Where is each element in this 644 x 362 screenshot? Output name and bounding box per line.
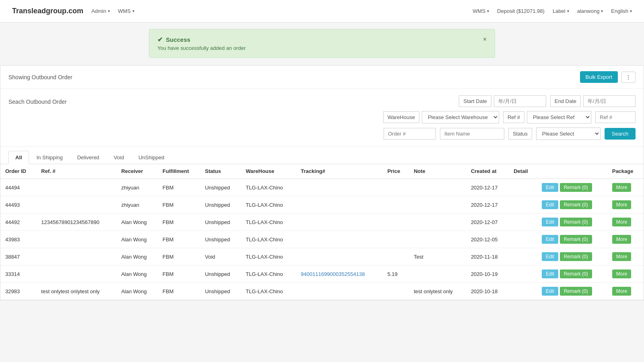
warehouse-group: WareHouse Please Select Warehouse	[383, 111, 499, 123]
wms-right-caret-icon: ▾	[487, 9, 489, 13]
order-input[interactable]	[384, 128, 436, 140]
cell-note	[409, 231, 466, 248]
ref-select[interactable]: Please Select Ref	[527, 111, 591, 123]
alert-message: You have successfully added an order	[157, 45, 246, 51]
tab-delivered[interactable]: Delivered	[70, 151, 106, 164]
brand: Transleadgroup.com	[12, 7, 83, 15]
more-button[interactable]: More	[612, 287, 631, 296]
item-name-input[interactable]	[440, 128, 504, 140]
cell-fulfillment: FBM	[158, 179, 200, 196]
nav-deposit[interactable]: Deposit ($12071.98)	[497, 8, 545, 14]
nav-wms-left[interactable]: WMS ▾	[118, 8, 134, 14]
search-controls: Start Date End Date WareHouse Please Sel…	[75, 95, 636, 140]
more-button[interactable]: More	[612, 252, 631, 261]
nav-wms-right[interactable]: WMS ▾	[473, 8, 489, 14]
cell-fulfillment: FBM	[158, 214, 200, 231]
more-button[interactable]: More	[612, 269, 631, 278]
cell-order-id: 43983	[0, 231, 36, 248]
tab-all[interactable]: All	[8, 151, 29, 164]
search-button[interactable]: Search	[605, 128, 636, 140]
cell-status: Unshipped	[200, 196, 241, 214]
tab-unshipped[interactable]: UnShipped	[132, 151, 171, 164]
cell-warehouse: TLG-LAX-Chino	[241, 248, 296, 265]
search-row-dates: Start Date End Date	[75, 95, 636, 107]
table-row: 43983 Alan Wong FBM Unshipped TLG-LAX-Ch…	[0, 231, 644, 248]
more-button[interactable]: More	[612, 235, 631, 244]
cell-tracking	[296, 283, 382, 300]
wms-left-caret-icon: ▾	[132, 9, 134, 13]
ref-input[interactable]	[595, 111, 636, 123]
cell-price	[382, 214, 409, 231]
more-button[interactable]: More	[612, 183, 631, 192]
cell-fulfillment: FBM	[158, 196, 200, 214]
cell-warehouse: TLG-LAX-Chino	[241, 214, 296, 231]
remark-button[interactable]: Remark (0)	[560, 269, 592, 278]
cell-fulfillment: FBM	[158, 283, 200, 300]
tab-void[interactable]: Void	[107, 151, 131, 164]
cell-order-id: 38847	[0, 248, 36, 265]
col-warehouse: WareHouse	[241, 164, 296, 179]
cell-created-at: 2020-12-17	[466, 196, 509, 214]
alert-close-button[interactable]: ×	[483, 36, 487, 43]
edit-button[interactable]: Edit	[542, 269, 558, 278]
cell-detail	[509, 265, 537, 283]
warehouse-label: WareHouse	[383, 111, 419, 123]
end-date-input[interactable]	[583, 95, 636, 107]
remark-button[interactable]: Remark (0)	[560, 183, 592, 192]
cell-status: Unshipped	[200, 265, 241, 283]
edit-button[interactable]: Edit	[542, 252, 558, 261]
more-button[interactable]: More	[612, 200, 631, 209]
more-options-button[interactable]: ⋮	[621, 72, 636, 83]
edit-button[interactable]: Edit	[542, 235, 558, 244]
cell-status: Unshipped	[200, 283, 241, 300]
remark-button[interactable]: Remark (0)	[560, 252, 592, 261]
remark-button[interactable]: Remark (0)	[560, 218, 592, 226]
remark-button[interactable]: Remark (0)	[560, 200, 592, 209]
start-date-input[interactable]	[494, 95, 546, 107]
cell-created-at: 2020-12-07	[466, 214, 509, 231]
label-caret-icon: ▾	[567, 9, 569, 13]
remark-button[interactable]: Remark (0)	[560, 235, 592, 244]
edit-button[interactable]: Edit	[542, 200, 558, 209]
main-content: Showing Outbound Order Bulk Export ⋮ Sea…	[0, 65, 644, 300]
nav-user[interactable]: alanwong ▾	[577, 8, 603, 14]
cell-tracking: 9400111699000352554138	[296, 265, 382, 283]
cell-fulfillment: FBM	[158, 265, 200, 283]
nav-label[interactable]: Label ▾	[553, 8, 569, 14]
cell-actions: Edit Remark (0)	[537, 283, 607, 300]
cell-warehouse: TLG-LAX-Chino	[241, 179, 296, 196]
start-date-group: Start Date	[459, 95, 546, 107]
more-button[interactable]: More	[612, 218, 631, 226]
cell-detail	[509, 283, 537, 300]
nav-admin[interactable]: Admin ▾	[91, 8, 110, 14]
cell-fulfillment: FBM	[158, 231, 200, 248]
cell-package: More	[607, 248, 644, 265]
status-select[interactable]: Please Select	[536, 128, 601, 140]
edit-button[interactable]: Edit	[542, 218, 558, 226]
cell-order-id: 44492	[0, 214, 36, 231]
cell-price: 5.19	[382, 265, 409, 283]
tracking-link[interactable]: 9400111699000352554138	[301, 271, 365, 277]
cell-package: More	[607, 283, 644, 300]
warehouse-select[interactable]: Please Select Warehouse	[422, 111, 499, 123]
cell-note	[409, 179, 466, 196]
remark-button[interactable]: Remark (0)	[560, 287, 592, 296]
cell-receiver: zhiyuan	[116, 196, 158, 214]
end-date-label: End Date	[550, 95, 581, 107]
cell-receiver: Alan Wong	[116, 265, 158, 283]
alert-title: ✔ Success	[157, 36, 246, 43]
cell-created-at: 2020-10-18	[466, 283, 509, 300]
cell-actions: Edit Remark (0)	[537, 196, 607, 214]
cell-note	[409, 265, 466, 283]
tab-in-shipping[interactable]: In Shipping	[30, 151, 70, 164]
table-row: 44492 12345678901234567890 Alan Wong FBM…	[0, 214, 644, 231]
cell-price	[382, 231, 409, 248]
edit-button[interactable]: Edit	[542, 183, 558, 192]
cell-detail	[509, 231, 537, 248]
nav-language[interactable]: English ▾	[611, 8, 632, 14]
edit-button[interactable]: Edit	[542, 287, 558, 296]
bulk-export-button[interactable]: Bulk Export	[580, 71, 618, 83]
table-container: Order ID Ref. # Receiver Fulfillment Sta…	[0, 164, 644, 300]
cell-price	[382, 179, 409, 196]
cell-note: test onlytest only	[409, 283, 466, 300]
